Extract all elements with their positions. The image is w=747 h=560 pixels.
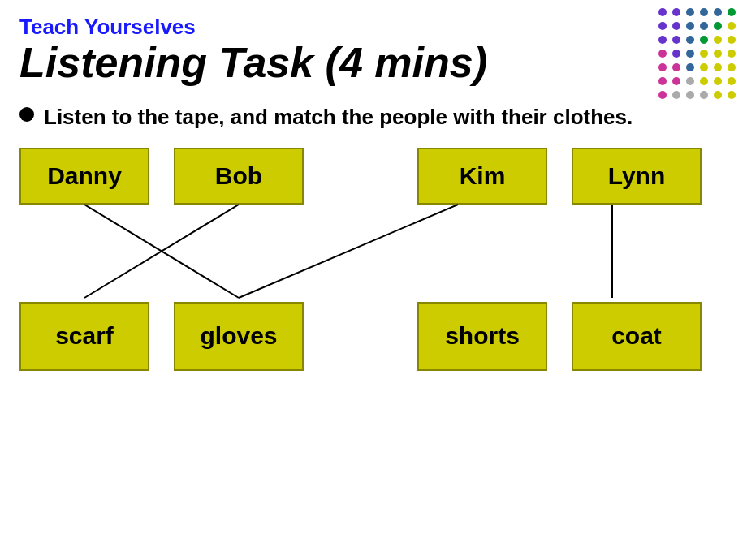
dot	[700, 8, 708, 16]
dot	[728, 91, 736, 99]
clothes-card-gloves: gloves	[174, 302, 304, 371]
clothes-card-shorts: shorts	[417, 302, 547, 371]
dot	[700, 36, 708, 44]
dot	[714, 77, 722, 85]
dot	[672, 50, 680, 58]
dot	[714, 22, 722, 30]
title: Listening Task (4 mins)	[19, 40, 728, 86]
dot	[658, 50, 667, 58]
dot	[700, 77, 708, 85]
subtitle: Teach Yourselves	[19, 15, 728, 40]
dot	[658, 36, 667, 44]
dot	[686, 50, 694, 58]
dot	[658, 91, 667, 99]
dot	[728, 77, 736, 85]
clothes-card-scarf: scarf	[19, 302, 149, 371]
dot	[658, 63, 667, 71]
dot	[686, 36, 694, 44]
dot	[728, 8, 736, 16]
dot	[700, 63, 708, 71]
dot	[658, 8, 667, 16]
dot	[714, 8, 722, 16]
dot	[700, 22, 708, 30]
dot	[728, 36, 736, 44]
matching-area: Danny Bob Kim Lynn scarf gloves shorts c…	[19, 148, 728, 371]
dot	[686, 22, 694, 30]
dot	[658, 22, 667, 30]
header: Teach Yourselves Listening Task (4 mins)	[0, 0, 747, 86]
name-card-kim: Kim	[417, 148, 547, 205]
dot	[686, 63, 694, 71]
dot	[686, 91, 694, 99]
dot	[714, 50, 722, 58]
names-row: Danny Bob Kim Lynn	[19, 148, 728, 205]
name-card-danny: Danny	[19, 148, 149, 205]
dot	[672, 22, 680, 30]
instruction-text: Listen to the tape, and match the people…	[44, 104, 633, 131]
dot	[658, 77, 667, 85]
clothes-row: scarf gloves shorts coat	[19, 302, 728, 371]
dot	[728, 22, 736, 30]
dot	[672, 36, 680, 44]
dot	[672, 63, 680, 71]
dot	[714, 91, 722, 99]
clothes-card-coat: coat	[572, 302, 702, 371]
name-card-lynn: Lynn	[572, 148, 702, 205]
dot	[672, 77, 680, 85]
dot	[728, 63, 736, 71]
instruction: Listen to the tape, and match the people…	[0, 86, 747, 131]
dot	[672, 8, 680, 16]
dot	[686, 8, 694, 16]
dot	[700, 50, 708, 58]
dot	[700, 91, 708, 99]
dot	[728, 50, 736, 58]
dot-grid	[658, 8, 739, 102]
dot	[714, 63, 722, 71]
dot	[714, 36, 722, 44]
name-card-bob: Bob	[174, 148, 304, 205]
dot	[686, 77, 694, 85]
bullet-point	[19, 107, 34, 122]
dot	[672, 91, 680, 99]
